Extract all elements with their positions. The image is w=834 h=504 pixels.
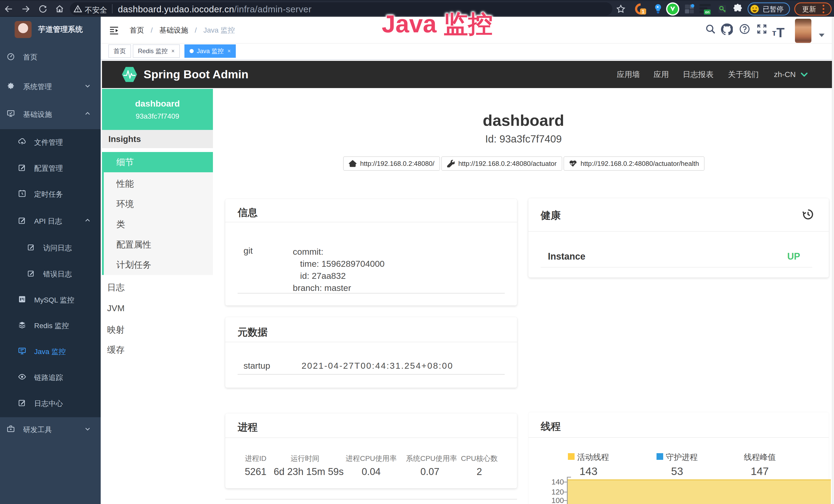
svg-text:1: 1 xyxy=(642,9,644,15)
svg-text:已暂停: 已暂停 xyxy=(763,5,784,13)
svg-text:更新: 更新 xyxy=(802,5,816,13)
svg-text:on: on xyxy=(705,10,709,14)
